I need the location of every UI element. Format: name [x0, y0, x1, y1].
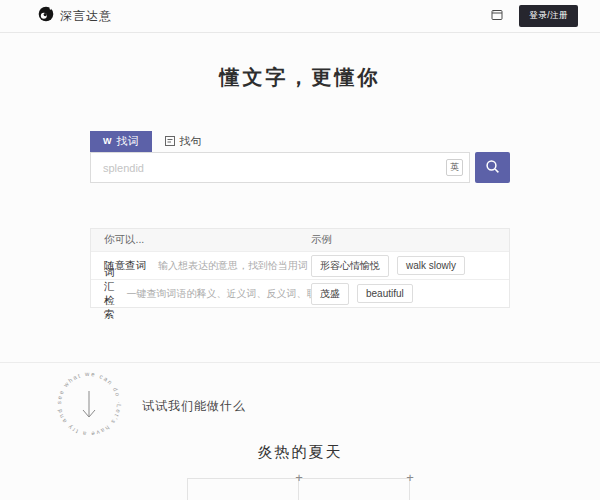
guide-table-header: 你可以... 示例	[91, 229, 509, 251]
main-content: W 找词 找句 英	[90, 131, 510, 308]
page-title: 懂文字，更懂你	[0, 64, 600, 91]
grid-plus-decoration: +	[295, 471, 303, 484]
guide-table: 你可以... 示例 随意查词 输入想表达的意思，找到恰当用词 形容心情愉悦 wa…	[90, 228, 510, 308]
window-icon[interactable]	[491, 7, 503, 25]
example-chip[interactable]: beautiful	[357, 284, 413, 303]
wantwords-w-icon: W	[103, 137, 112, 146]
header: 深言达意 登录/注册	[0, 0, 600, 33]
row-feature-name: 词汇检索	[104, 266, 115, 322]
header-examples: 示例	[311, 233, 509, 247]
down-arrow-icon	[83, 391, 95, 417]
brand-name: 深言达意	[60, 8, 112, 25]
example-chip[interactable]: 形容心情愉悦	[311, 255, 389, 277]
search-input[interactable]	[90, 152, 470, 183]
try-label: 试试我们能做什么	[142, 398, 246, 415]
sentence-doc-icon	[165, 136, 175, 148]
search-bar: 英	[90, 152, 510, 183]
grid-plus-decoration: +	[406, 471, 414, 484]
brand-circle-icon	[38, 6, 54, 26]
search-input-wrap: 英	[90, 152, 470, 183]
tab-find-words[interactable]: W 找词	[90, 131, 152, 152]
example-chip[interactable]: 茂盛	[311, 283, 349, 305]
tab-find-words-label: 找词	[117, 134, 139, 149]
search-icon	[485, 159, 500, 177]
header-you-can: 你可以...	[91, 233, 311, 247]
header-right: 登录/注册	[491, 5, 578, 27]
circular-arrow-decoration: Let's have a try and see what we can do …	[56, 371, 122, 441]
brand-logo[interactable]: 深言达意	[38, 6, 112, 26]
demo-card	[298, 478, 410, 500]
mode-tabs: W 找词 找句	[90, 131, 510, 152]
tab-find-sentences[interactable]: 找句	[152, 131, 215, 152]
page: 深言达意 登录/注册 懂文字，更懂你 W 找词	[0, 0, 600, 500]
language-toggle-icon[interactable]: 英	[446, 159, 463, 176]
table-row: 词汇检索 一键查询词语的释义、近义词、反义词、联想词等 茂盛 beautiful	[91, 279, 509, 307]
tab-find-sentences-label: 找句	[180, 134, 202, 149]
section-divider	[0, 362, 600, 363]
login-register-button[interactable]: 登录/注册	[519, 5, 578, 27]
try-section: Let's have a try and see what we can do …	[0, 371, 600, 441]
demo-query-title: 炎热的夏天	[0, 443, 600, 462]
example-chip[interactable]: walk slowly	[397, 256, 465, 275]
search-button[interactable]	[475, 152, 510, 183]
demo-card	[187, 478, 299, 500]
